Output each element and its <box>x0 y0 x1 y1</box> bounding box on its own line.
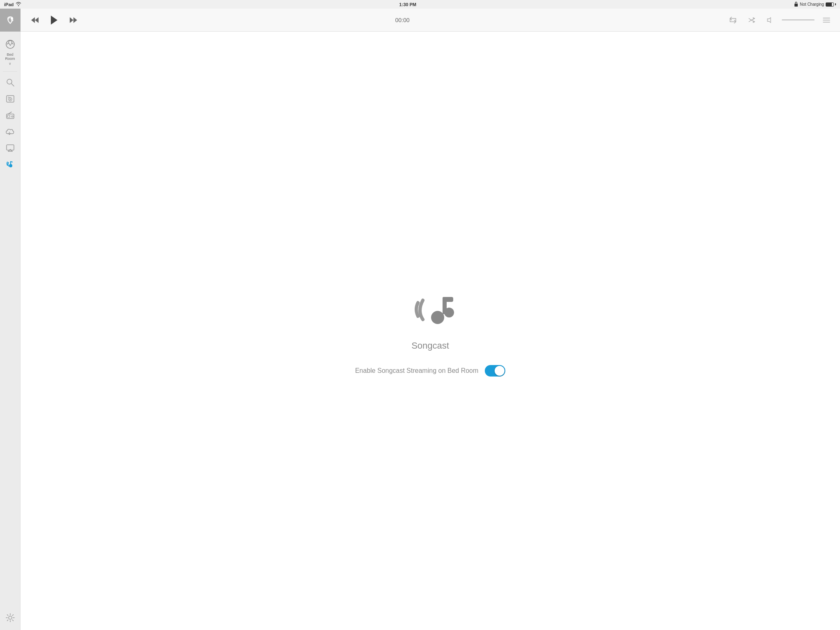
svg-point-21 <box>12 116 12 116</box>
device-label: iPad <box>4 2 14 7</box>
wifi-icon <box>16 2 21 7</box>
sidebar-divider-1 <box>3 71 17 72</box>
room-label: Bed Room <box>2 53 18 61</box>
songcast-icon-container <box>402 285 420 315</box>
svg-marker-6 <box>73 17 77 23</box>
sidebar-item-library[interactable] <box>0 91 20 107</box>
svg-marker-5 <box>70 17 73 23</box>
svg-marker-4 <box>51 16 57 25</box>
sidebar-item-radio[interactable] <box>0 107 20 123</box>
svg-marker-3 <box>35 17 39 23</box>
svg-point-1 <box>11 17 13 20</box>
svg-point-12 <box>7 79 12 84</box>
forward-button[interactable] <box>66 15 81 25</box>
time-display: 1:30 PM <box>399 2 416 7</box>
app-container: 00:00 <box>0 9 420 315</box>
app-logo[interactable] <box>0 9 21 32</box>
songcast-logo-icon <box>402 285 420 315</box>
sidebar-item-songcast[interactable] <box>0 156 20 173</box>
svg-rect-18 <box>7 114 14 119</box>
sidebar-room[interactable]: Bed Room ∨ <box>0 36 20 69</box>
top-bar: 00:00 <box>0 9 420 32</box>
svg-marker-2 <box>31 17 35 23</box>
sidebar-item-search[interactable] <box>0 74 20 91</box>
svg-point-16 <box>9 98 11 100</box>
svg-point-25 <box>9 164 12 167</box>
content-area: Bed Room ∨ <box>0 32 420 315</box>
status-bar: iPad 1:30 PM Not Charging <box>0 0 420 9</box>
sidebar-item-cloud[interactable] <box>0 123 20 140</box>
time-display: 00:00 <box>85 17 420 23</box>
svg-rect-19 <box>7 115 10 117</box>
play-button[interactable] <box>47 14 62 27</box>
room-icon <box>5 39 16 52</box>
sidebar-item-airplay[interactable] <box>0 140 20 156</box>
status-left: iPad <box>4 2 21 7</box>
playback-controls: 00:00 <box>21 14 420 27</box>
room-chevron-icon: ∨ <box>9 62 11 66</box>
svg-line-27 <box>11 162 12 162</box>
main-content: Songcast Enable Songcast Streaming on Be… <box>21 32 420 315</box>
svg-line-13 <box>11 84 14 86</box>
rewind-button[interactable] <box>27 15 43 25</box>
sidebar: Bed Room ∨ <box>0 32 21 315</box>
